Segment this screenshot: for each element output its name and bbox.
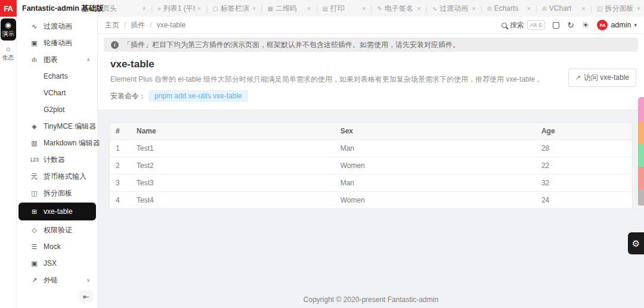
- demo-table: # Name Sex Age 1 Test1 Man 28 2: [110, 123, 632, 209]
- cell-seq: 4: [110, 192, 131, 209]
- tab-esign[interactable]: ✎ 电子签名 ×: [373, 0, 426, 17]
- page-title: vxe-table: [110, 58, 639, 70]
- cell-seq: 2: [110, 157, 131, 175]
- sidebar-item-label: 过渡动画: [44, 21, 72, 32]
- cell-age: 32: [535, 175, 632, 192]
- rail-item-demo[interactable]: ◉ 演示: [1, 18, 16, 41]
- tab-close-icon[interactable]: ×: [417, 5, 420, 12]
- sidebar-item-label: 计数器: [44, 155, 65, 165]
- sidebar-item-markdown[interactable]: ▥ Markdown 编辑器: [17, 135, 97, 151]
- install-command-code[interactable]: pnpm add xe-utils vxe-table: [148, 90, 248, 102]
- settings-button[interactable]: ⚙: [628, 232, 644, 254]
- sidebar-collapse-button[interactable]: ⇤: [79, 291, 93, 303]
- main-area: 页头 × | » 列表1 (平级模 × | ▢ 标签栏演示 × | ▦ 二维码 …: [98, 0, 644, 308]
- tab-split-panel[interactable]: ◫ 拆分面板 ×: [592, 0, 644, 17]
- page-description: Element Plus 自带的 el-table 组件大部分时候只能满足简单需…: [110, 74, 639, 85]
- sidebar-item-label: VChart: [44, 89, 66, 97]
- sidebar-item-label: 图表: [44, 55, 58, 65]
- search-label: 搜索: [510, 20, 524, 30]
- tab-label: 页头: [103, 4, 140, 14]
- caret-down-icon: ▾: [634, 22, 637, 28]
- external-link-icon: ↗: [575, 74, 581, 82]
- tab-list1[interactable]: » 列表1 (平级模 ×: [153, 0, 206, 17]
- table-row[interactable]: 1 Test1 Man 28: [110, 140, 632, 157]
- tab-page-header[interactable]: 页头 ×: [98, 0, 151, 17]
- table-row[interactable]: 3 Test3 Man 32: [110, 175, 632, 192]
- chevron-down-icon: ∨: [86, 278, 90, 283]
- breadcrumb-home[interactable]: 主页: [105, 20, 119, 30]
- chevron-up-icon: ∧: [86, 57, 90, 63]
- tab-close-icon[interactable]: ×: [472, 5, 475, 12]
- tab-label: 打印: [330, 4, 360, 14]
- cell-age: 22: [535, 157, 632, 175]
- app-logo[interactable]: FA: [0, 0, 17, 17]
- refresh-icon[interactable]: ↻: [567, 21, 574, 29]
- tab-label: 列表1 (平级模: [163, 4, 195, 14]
- breadcrumb: 主页 / 插件 / vxe-table: [105, 20, 185, 30]
- wave-icon: ∿: [30, 23, 39, 30]
- sidebar-item-label: 外链: [44, 275, 58, 285]
- tab-close-icon[interactable]: ×: [582, 5, 586, 12]
- rail-item-ecosystem[interactable]: ⌂ 生态: [1, 42, 16, 64]
- search-icon: [501, 23, 507, 28]
- theme-color-swatch[interactable]: [638, 167, 644, 189]
- table-header-row: # Name Sex Age: [110, 123, 632, 140]
- table-row[interactable]: 2 Test2 Women 22: [110, 157, 632, 175]
- sidebar-item-jsx[interactable]: ▣ JSX: [17, 255, 97, 272]
- user-menu[interactable]: FA admin ▾: [597, 20, 637, 30]
- table-row[interactable]: 4 Test4 Women 24: [110, 192, 632, 209]
- sidebar-item-tinymce[interactable]: ◈ TinyMCE 编辑器: [17, 118, 97, 135]
- tab-label: VChart: [549, 4, 580, 13]
- sidebar-item-label: 货币格式输入: [44, 172, 86, 182]
- sidebar-item-mock[interactable]: ☰ Mock: [17, 238, 97, 255]
- sidebar-item-currency-input[interactable]: 元 货币格式输入: [17, 168, 97, 185]
- tab-close-icon[interactable]: ×: [197, 5, 201, 12]
- fullscreen-icon[interactable]: [553, 22, 559, 29]
- tab-close-icon[interactable]: ×: [527, 5, 530, 12]
- sidebar-item-charts[interactable]: ılı 图表 ∧: [17, 51, 97, 68]
- visit-vxe-table-button[interactable]: ↗ 访问 vxe-table: [568, 69, 636, 87]
- sidebar-item-vxe-table[interactable]: ⊞ vxe-table: [18, 203, 96, 220]
- column-header-name: Name: [131, 123, 335, 140]
- tab-vchart[interactable]: ılı VChart ×: [537, 0, 590, 17]
- tab-tabbar-demo[interactable]: ▢ 标签栏演示 ×: [208, 0, 261, 17]
- list-icon: »: [157, 5, 161, 12]
- theme-color-swatch[interactable]: [638, 97, 644, 122]
- tab-print[interactable]: ▤ 打印 ×: [318, 0, 371, 17]
- tab-close-icon[interactable]: ×: [362, 5, 366, 12]
- install-command-row: 安装命令： pnpm add xe-utils vxe-table: [110, 90, 639, 102]
- breadcrumb-current: vxe-table: [157, 21, 186, 29]
- global-search-button[interactable]: 搜索 Alt S: [501, 20, 545, 30]
- carousel-icon: ▣: [30, 39, 39, 47]
- theme-color-swatch[interactable]: [638, 189, 644, 206]
- tab-echarts[interactable]: ılı Echarts ×: [482, 0, 535, 17]
- tab-close-icon[interactable]: ×: [307, 5, 311, 12]
- cell-sex: Women: [335, 157, 535, 175]
- qrcode-icon: ▦: [267, 5, 273, 12]
- theme-color-swatch[interactable]: [638, 144, 644, 167]
- tab-transition[interactable]: ∿ 过渡动画 ×: [428, 0, 481, 17]
- sidebar-item-label: Markdown 编辑器: [44, 138, 100, 148]
- bar-chart-icon: ılı: [30, 56, 39, 63]
- breadcrumb-plugins[interactable]: 插件: [131, 20, 145, 30]
- bar-chart-icon: ılı: [542, 5, 547, 12]
- sidebar-item-permission[interactable]: ◇ 权限验证: [17, 222, 97, 238]
- sidebar-item-split-panel[interactable]: ◫ 拆分面板: [17, 185, 97, 201]
- sidebar-item-echarts[interactable]: Echarts: [17, 68, 97, 85]
- tab-close-icon[interactable]: ×: [143, 5, 146, 12]
- sidebar-item-g2plot[interactable]: G2plot: [17, 101, 97, 118]
- sidebar-item-carousel-animation[interactable]: ▣ 轮播动画: [17, 35, 97, 51]
- sidebar-item-transition-animation[interactable]: ∿ 过渡动画: [17, 18, 97, 35]
- sidebar-item-counter[interactable]: 123 计数器: [17, 151, 97, 168]
- tab-close-icon[interactable]: ×: [637, 5, 640, 12]
- tab-qrcode[interactable]: ▦ 二维码 ×: [262, 0, 315, 17]
- tab-close-icon[interactable]: ×: [252, 5, 256, 12]
- column-header-seq: #: [110, 123, 131, 140]
- sidebar-item-vchart[interactable]: VChart: [17, 85, 97, 101]
- theme-color-swatch[interactable]: [638, 122, 644, 144]
- breadcrumb-separator: /: [124, 21, 126, 29]
- visit-button-label: 访问 vxe-table: [584, 73, 629, 83]
- tab-label: Echarts: [494, 4, 525, 13]
- sidebar-item-external-link[interactable]: ↗ 外链 ∨: [17, 272, 97, 288]
- theme-sun-icon[interactable]: ☀: [582, 21, 590, 29]
